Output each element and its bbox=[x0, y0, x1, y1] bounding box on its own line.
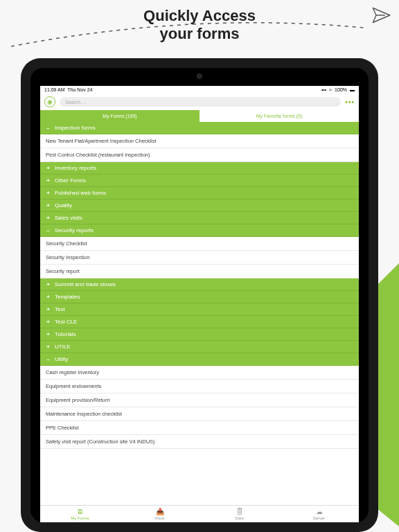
plus-icon: + bbox=[46, 306, 51, 312]
status-left: 11:09 AM Thu Nov 24 bbox=[44, 87, 93, 92]
form-item[interactable]: New Tenant Flat/Apartment Inspection Che… bbox=[40, 134, 359, 148]
profile-button[interactable]: ◉ bbox=[44, 96, 55, 107]
form-item[interactable]: PPE Checklist bbox=[40, 421, 359, 435]
data-icon: 🗄 bbox=[236, 508, 243, 515]
promo-line1: Quickly Access bbox=[0, 7, 399, 25]
category-label: Published web forms bbox=[55, 190, 106, 196]
form-item[interactable]: Security report bbox=[40, 265, 359, 278]
tabbar-server[interactable]: ☁ Server bbox=[279, 508, 359, 520]
category-row[interactable]: +Sales visits bbox=[40, 212, 359, 224]
category-label: Sales visits bbox=[55, 215, 82, 221]
category-row[interactable]: –Inspection forms bbox=[40, 122, 359, 134]
promo-title: Quickly Access your forms bbox=[0, 7, 399, 44]
promo-backdrop: Quickly Access your forms 11:09 AM Thu N… bbox=[0, 0, 399, 532]
category-label: Test CLE bbox=[55, 319, 77, 325]
form-item[interactable]: Equipment provision/Return bbox=[40, 393, 359, 407]
minus-icon: – bbox=[46, 125, 51, 131]
category-row[interactable]: +Tutorials bbox=[40, 328, 359, 341]
category-label: Inventory reports bbox=[55, 165, 96, 171]
tabbar-my-forms[interactable]: 🗎 My Forms bbox=[40, 508, 120, 520]
search-input[interactable]: Search ... bbox=[60, 97, 341, 107]
category-label: Quality bbox=[55, 202, 72, 209]
status-right: ••• ≈ 100% ▬ bbox=[321, 87, 355, 92]
bottom-tabbar: 🗎 My Forms 📥 Inbox 🗄 Data ☁ Server bbox=[40, 505, 359, 522]
plus-icon: + bbox=[46, 215, 51, 221]
plus-icon: + bbox=[46, 165, 51, 171]
plus-icon: + bbox=[46, 319, 51, 325]
form-item[interactable]: Equipment endowments bbox=[40, 380, 359, 393]
category-row[interactable]: +Summit and trade shows bbox=[40, 278, 359, 291]
plus-icon: + bbox=[46, 190, 51, 196]
category-label: Tutorials bbox=[55, 331, 76, 337]
forms-list[interactable]: –Inspection formsNew Tenant Flat/Apartme… bbox=[40, 122, 359, 505]
tabbar-inbox[interactable]: 📥 Inbox bbox=[120, 508, 200, 520]
category-label: Other Forms bbox=[55, 177, 86, 184]
cloud-icon: ☁ bbox=[316, 508, 323, 515]
category-label: Test bbox=[55, 306, 65, 312]
more-button[interactable]: ••• bbox=[345, 98, 355, 106]
profile-icon: ◉ bbox=[47, 98, 53, 105]
form-item[interactable]: Safety visit report (Construction site V… bbox=[40, 435, 359, 449]
plus-icon: + bbox=[46, 294, 51, 300]
tabbar-label: Inbox bbox=[154, 516, 165, 520]
status-bar: 11:09 AM Thu Nov 24 ••• ≈ 100% ▬ bbox=[40, 86, 359, 94]
wifi-icon: ≈ bbox=[329, 87, 332, 92]
plus-icon: + bbox=[46, 281, 51, 287]
tablet-inner: 11:09 AM Thu Nov 24 ••• ≈ 100% ▬ ◉ bbox=[30, 68, 369, 522]
tabbar-label: My Forms bbox=[71, 516, 89, 520]
plus-icon: + bbox=[46, 177, 51, 184]
plus-icon: + bbox=[46, 344, 51, 350]
form-item[interactable]: Pest Control Checklist (restaurant inspe… bbox=[40, 148, 359, 162]
camera-icon bbox=[197, 73, 202, 79]
form-item[interactable]: Maintenance Inspection checklist bbox=[40, 407, 359, 421]
screen: 11:09 AM Thu Nov 24 ••• ≈ 100% ▬ ◉ bbox=[40, 86, 359, 522]
category-row[interactable]: +Templates bbox=[40, 291, 359, 303]
battery-label: 100% bbox=[335, 87, 347, 92]
promo-line2: your forms bbox=[0, 25, 399, 43]
category-row[interactable]: +Test bbox=[40, 303, 359, 316]
tabs: My Forms (195) My Favorite forms (0) bbox=[40, 110, 359, 122]
topbar: ◉ Search ... ••• bbox=[40, 94, 359, 110]
category-row[interactable]: +Published web forms bbox=[40, 187, 359, 200]
category-row[interactable]: +Other Forms bbox=[40, 175, 359, 187]
tabbar-label: Data bbox=[235, 516, 244, 520]
category-row[interactable]: –Security reports bbox=[40, 224, 359, 237]
category-row[interactable]: +Inventory reports bbox=[40, 162, 359, 175]
category-label: Inspection forms bbox=[55, 125, 96, 131]
tabbar-data[interactable]: 🗄 Data bbox=[200, 508, 279, 520]
category-label: Summit and trade shows bbox=[55, 281, 116, 287]
battery-icon: ▬ bbox=[350, 87, 355, 92]
document-icon: 🗎 bbox=[77, 508, 84, 515]
plus-icon: + bbox=[46, 331, 51, 337]
status-time: 11:09 AM bbox=[44, 87, 65, 92]
search-placeholder: Search ... bbox=[65, 100, 86, 105]
more-icon: ••• bbox=[345, 98, 355, 106]
tab-my-forms[interactable]: My Forms (195) bbox=[40, 110, 200, 122]
category-label: UTILE bbox=[55, 344, 71, 350]
category-row[interactable]: –Utility bbox=[40, 353, 359, 366]
category-label: Templates bbox=[55, 294, 80, 300]
tablet-frame: 11:09 AM Thu Nov 24 ••• ≈ 100% ▬ ◉ bbox=[21, 58, 378, 532]
signal-icon: ••• bbox=[321, 87, 326, 92]
form-item[interactable]: Security Checklist bbox=[40, 237, 359, 251]
inbox-icon: 📥 bbox=[156, 508, 164, 515]
tab-favorite-forms[interactable]: My Favorite forms (0) bbox=[200, 110, 359, 122]
form-item[interactable]: Cash register inventory bbox=[40, 366, 359, 380]
category-label: Security reports bbox=[55, 227, 94, 233]
category-row[interactable]: +UTILE bbox=[40, 341, 359, 353]
minus-icon: – bbox=[46, 227, 51, 233]
category-label: Utility bbox=[55, 356, 69, 362]
minus-icon: – bbox=[46, 356, 51, 362]
status-date: Thu Nov 24 bbox=[67, 87, 92, 92]
category-row[interactable]: +Test CLE bbox=[40, 316, 359, 328]
form-item[interactable]: Security Inspection bbox=[40, 251, 359, 265]
tabbar-label: Server bbox=[313, 516, 326, 520]
category-row[interactable]: +Quality bbox=[40, 200, 359, 212]
plus-icon: + bbox=[46, 202, 51, 209]
